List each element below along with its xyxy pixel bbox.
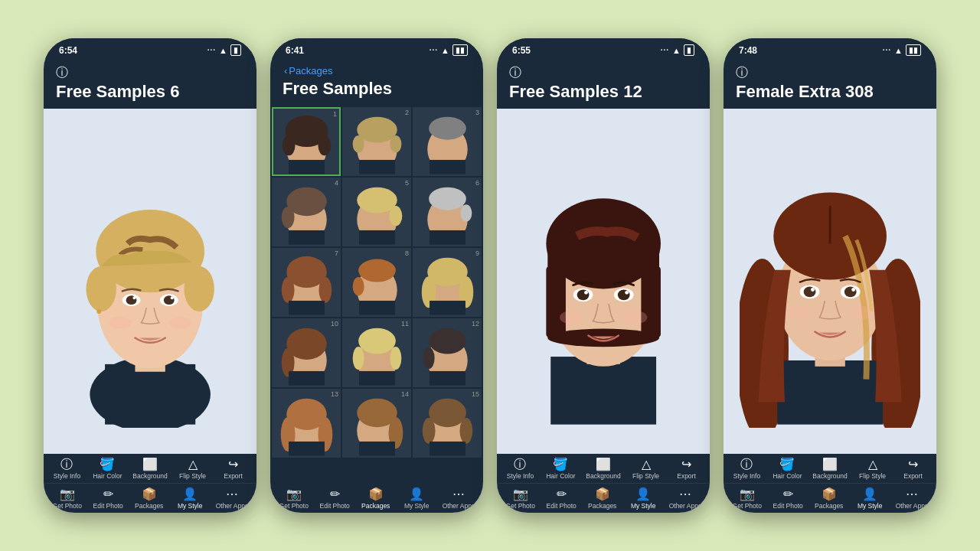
thumbnail-svg-9 [419, 250, 476, 315]
svg-point-21 [318, 135, 331, 155]
item-num-9: 9 [475, 249, 479, 257]
packages-btn-1[interactable]: 📦 Packages [134, 488, 165, 510]
info-icon-4[interactable]: ⓘ [736, 65, 924, 81]
battery-icon: ▮ [230, 44, 241, 56]
bucket-icon-3: 🪣 [553, 458, 568, 471]
grid-item-6[interactable]: 6 [413, 178, 482, 246]
grid-item-2[interactable]: 2 [342, 107, 411, 176]
other-apps-btn-1[interactable]: ⋯ Other Apps [216, 488, 249, 510]
export-btn-4[interactable]: ↪ Export [898, 458, 929, 480]
grid-item-11[interactable]: 11 [342, 318, 411, 387]
flip-btn-4[interactable]: △ Flip Style [858, 458, 888, 480]
edit-photo-btn-4[interactable]: ✏ Edit Photo [773, 488, 803, 510]
time-4: 7:48 [739, 45, 757, 56]
person-icon-2: 👤 [409, 488, 424, 500]
info-icon-t4: ⓘ [740, 458, 753, 471]
package-icon-3: 📦 [595, 488, 610, 500]
screen-1: ⓘ Free Samples 6 [44, 59, 256, 513]
my-style-btn-2[interactable]: 👤 My Style [401, 488, 432, 510]
grid-item-8[interactable]: 8 [342, 248, 411, 317]
edit-icon-2: ✏ [330, 488, 340, 500]
grid-item-12[interactable]: 12 [413, 318, 482, 387]
style-info-btn-4[interactable]: ⓘ Style Info [731, 458, 762, 480]
export-btn-1[interactable]: ↪ Export [218, 458, 249, 480]
status-bar-4: 7:48 ··· ▲ ▮▮ [724, 38, 936, 59]
main-image-1 [44, 109, 256, 454]
svg-point-129 [851, 306, 874, 320]
grid-item-4[interactable]: 4 [272, 178, 341, 246]
get-photo-btn-1[interactable]: 📷 Get Photo [52, 488, 83, 510]
my-style-btn-4[interactable]: 👤 My Style [854, 488, 885, 510]
edit-photo-btn-1[interactable]: ✏ Edit Photo [93, 488, 123, 510]
grid-item-3[interactable]: 3 [413, 107, 482, 176]
flip-btn-1[interactable]: △ Flip Style [178, 458, 208, 480]
packages-btn-2[interactable]: 📦 Packages [361, 488, 391, 510]
item-num-15: 15 [472, 390, 479, 398]
toolbar-row-2: 📷 Get Photo ✏ Edit Photo 📦 Packages 👤 My… [270, 484, 483, 513]
back-arrow: ‹ [284, 65, 287, 77]
back-nav[interactable]: ‹ Packages [283, 65, 471, 77]
grid-item-5[interactable]: 5 [342, 178, 411, 246]
person-icon-3: 👤 [635, 488, 651, 500]
grid-item-9[interactable]: 9 [413, 248, 482, 317]
hair-grid-container[interactable]: 1 2 [270, 106, 483, 484]
style-info-btn-3[interactable]: ⓘ Style Info [505, 458, 535, 480]
style-info-btn-1[interactable]: ⓘ Style Info [51, 458, 82, 480]
svg-point-95 [422, 418, 435, 444]
get-photo-btn-4[interactable]: 📷 Get Photo [732, 488, 763, 510]
hair-color-btn-1[interactable]: 🪣 Hair Color [92, 458, 122, 480]
grid-item-10[interactable]: 10 [272, 318, 341, 387]
hair-color-btn-3[interactable]: 🪣 Hair Color [545, 458, 576, 480]
get-photo-btn-2[interactable]: 📷 Get Photo [279, 488, 309, 510]
person-svg-3 [513, 135, 694, 428]
thumbnail-svg-12 [419, 321, 476, 386]
header-1: ⓘ Free Samples 6 [44, 59, 256, 109]
svg-rect-97 [430, 442, 466, 456]
edit-photo-btn-2[interactable]: ✏ Edit Photo [319, 488, 350, 510]
grid-item-1[interactable]: 1 [272, 107, 341, 176]
grid-item-13[interactable]: 13 [272, 389, 341, 458]
packages-btn-4[interactable]: 📦 Packages [814, 488, 844, 510]
svg-rect-2 [105, 364, 195, 425]
status-icons-2: ··· ▲ ▮▮ [430, 44, 468, 56]
edit-photo-btn-3[interactable]: ✏ Edit Photo [546, 488, 577, 510]
other-apps-btn-3[interactable]: ⋯ Other Apps [669, 488, 702, 510]
get-photo-btn-3[interactable]: 📷 Get Photo [505, 488, 536, 510]
edit-icon: ✏ [103, 488, 113, 500]
title-4: Female Extra 308 [736, 83, 924, 101]
svg-point-31 [429, 116, 466, 139]
wifi-icon-2: ▲ [441, 46, 449, 55]
other-apps-btn-2[interactable]: ⋯ Other Apps [443, 488, 475, 510]
flip-icon-3: △ [642, 458, 651, 471]
my-style-btn-3[interactable]: 👤 My Style [628, 488, 658, 510]
my-style-btn-1[interactable]: 👤 My Style [175, 488, 205, 510]
dots-icon-2: ⋯ [452, 488, 465, 500]
background-btn-1[interactable]: ⬜ Background [132, 458, 167, 480]
info-icon-1[interactable]: ⓘ [56, 65, 244, 81]
edit-icon-4: ✏ [783, 488, 793, 500]
svg-point-128 [787, 306, 810, 320]
export-btn-3[interactable]: ↪ Export [671, 458, 702, 480]
svg-rect-80 [430, 371, 466, 386]
back-label: Packages [289, 65, 332, 77]
svg-point-25 [357, 116, 397, 142]
svg-point-14 [109, 317, 132, 329]
svg-point-113 [560, 311, 584, 324]
other-apps-btn-4[interactable]: ⋯ Other Apps [896, 488, 929, 510]
svg-point-74 [390, 347, 401, 370]
grid-item-14[interactable]: 14 [342, 389, 411, 458]
background-btn-4[interactable]: ⬜ Background [812, 458, 847, 480]
grid-item-15[interactable]: 15 [413, 389, 482, 458]
phone-1: 6:54 ··· ▲ ▮ ⓘ Free Samples 6 [44, 38, 256, 513]
toolbar-bottom-row-4: 📷 Get Photo ✏ Edit Photo 📦 Packages 👤 My… [724, 484, 936, 513]
background-btn-3[interactable]: ⬜ Background [586, 458, 620, 480]
title-2: Free Samples [283, 80, 471, 98]
thumbnail-svg-4 [278, 180, 335, 245]
bucket-icon: 🪣 [100, 458, 115, 471]
hair-color-btn-4[interactable]: 🪣 Hair Color [772, 458, 802, 480]
svg-point-7 [184, 266, 214, 311]
info-icon-3[interactable]: ⓘ [509, 65, 697, 81]
grid-item-7[interactable]: 7 [272, 248, 341, 317]
flip-btn-3[interactable]: △ Flip Style [631, 458, 662, 480]
packages-btn-3[interactable]: 📦 Packages [587, 488, 618, 510]
